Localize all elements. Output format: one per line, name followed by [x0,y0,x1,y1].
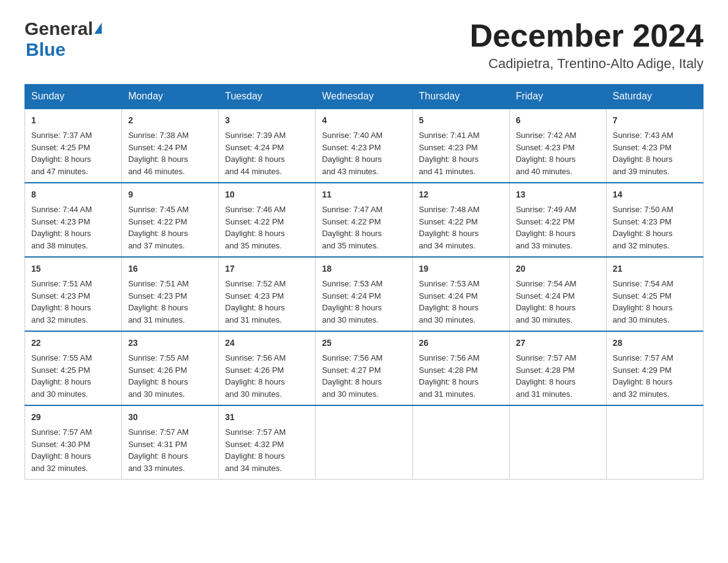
table-row: 29 Sunrise: 7:57 AMSunset: 4:30 PMDaylig… [25,405,122,480]
day-number: 10 [225,188,309,201]
day-number: 1 [31,114,115,127]
calendar-week-row: 8 Sunrise: 7:44 AMSunset: 4:23 PMDayligh… [25,183,703,257]
day-number: 4 [322,114,406,127]
day-info: Sunrise: 7:44 AMSunset: 4:23 PMDaylight:… [31,205,92,250]
table-row: 1 Sunrise: 7:37 AMSunset: 4:25 PMDayligh… [25,109,122,183]
day-info: Sunrise: 7:57 AMSunset: 4:32 PMDaylight:… [225,427,286,473]
day-info: Sunrise: 7:55 AMSunset: 4:25 PMDaylight:… [31,353,92,399]
table-row: 14 Sunrise: 7:50 AMSunset: 4:23 PMDaylig… [606,183,703,257]
table-row: 15 Sunrise: 7:51 AMSunset: 4:23 PMDaylig… [25,257,122,331]
logo-triangle-icon [94,23,102,34]
day-info: Sunrise: 7:57 AMSunset: 4:29 PMDaylight:… [613,353,673,399]
day-info: Sunrise: 7:56 AMSunset: 4:27 PMDaylight:… [322,353,382,399]
day-number: 5 [419,114,503,127]
table-row: 4 Sunrise: 7:40 AMSunset: 4:23 PMDayligh… [316,109,412,183]
day-info: Sunrise: 7:57 AMSunset: 4:30 PMDaylight:… [31,427,92,473]
table-row: 23 Sunrise: 7:55 AMSunset: 4:26 PMDaylig… [122,331,219,405]
day-info: Sunrise: 7:51 AMSunset: 4:23 PMDaylight:… [31,279,92,324]
col-saturday: Saturday [606,85,703,109]
day-number: 14 [613,188,697,201]
day-number: 13 [516,188,600,201]
day-info: Sunrise: 7:41 AMSunset: 4:23 PMDaylight:… [419,131,480,176]
calendar-week-row: 22 Sunrise: 7:55 AMSunset: 4:25 PMDaylig… [25,331,703,405]
table-row: 10 Sunrise: 7:46 AMSunset: 4:22 PMDaylig… [219,183,316,257]
day-info: Sunrise: 7:53 AMSunset: 4:24 PMDaylight:… [419,279,480,324]
table-row: 9 Sunrise: 7:45 AMSunset: 4:22 PMDayligh… [122,183,219,257]
table-row: 5 Sunrise: 7:41 AMSunset: 4:23 PMDayligh… [412,109,509,183]
col-tuesday: Tuesday [219,85,316,109]
day-number: 31 [225,411,309,424]
calendar-table: Sunday Monday Tuesday Wednesday Thursday… [25,84,703,480]
day-info: Sunrise: 7:48 AMSunset: 4:22 PMDaylight:… [419,205,480,250]
logo-blue-text: Blue [26,39,66,59]
logo-general-text: General [25,18,93,39]
day-number: 2 [128,114,212,127]
day-info: Sunrise: 7:51 AMSunset: 4:23 PMDaylight:… [128,279,189,324]
table-row: 26 Sunrise: 7:56 AMSunset: 4:28 PMDaylig… [412,331,509,405]
table-row: 8 Sunrise: 7:44 AMSunset: 4:23 PMDayligh… [25,183,122,257]
col-monday: Monday [122,85,219,109]
title-section: December 2024 Cadipietra, Trentino-Alto … [469,18,703,72]
day-number: 6 [516,114,600,127]
day-number: 11 [322,188,406,201]
table-row [412,405,509,480]
table-row: 11 Sunrise: 7:47 AMSunset: 4:22 PMDaylig… [316,183,412,257]
page-header: General Blue December 2024 Cadipietra, T… [25,18,703,72]
location-subtitle: Cadipietra, Trentino-Alto Adige, Italy [469,56,703,72]
day-info: Sunrise: 7:56 AMSunset: 4:28 PMDaylight:… [419,353,480,399]
day-info: Sunrise: 7:40 AMSunset: 4:23 PMDaylight:… [322,131,382,176]
day-number: 12 [419,188,503,201]
day-number: 26 [419,337,503,350]
day-info: Sunrise: 7:46 AMSunset: 4:22 PMDaylight:… [225,205,286,250]
day-number: 27 [516,337,600,350]
day-number: 23 [128,337,212,350]
table-row: 16 Sunrise: 7:51 AMSunset: 4:23 PMDaylig… [122,257,219,331]
calendar-week-row: 1 Sunrise: 7:37 AMSunset: 4:25 PMDayligh… [25,109,703,183]
day-number: 19 [419,262,503,275]
table-row: 27 Sunrise: 7:57 AMSunset: 4:28 PMDaylig… [509,331,606,405]
day-info: Sunrise: 7:57 AMSunset: 4:31 PMDaylight:… [128,427,189,473]
logo: General Blue [25,18,102,60]
day-info: Sunrise: 7:45 AMSunset: 4:22 PMDaylight:… [128,205,189,250]
table-row: 19 Sunrise: 7:53 AMSunset: 4:24 PMDaylig… [412,257,509,331]
day-number: 20 [516,262,600,275]
day-info: Sunrise: 7:37 AMSunset: 4:25 PMDaylight:… [31,131,92,176]
day-number: 22 [31,337,115,350]
day-number: 21 [613,262,697,275]
table-row: 7 Sunrise: 7:43 AMSunset: 4:23 PMDayligh… [606,109,703,183]
day-info: Sunrise: 7:38 AMSunset: 4:24 PMDaylight:… [128,131,189,176]
table-row: 13 Sunrise: 7:49 AMSunset: 4:22 PMDaylig… [509,183,606,257]
table-row: 12 Sunrise: 7:48 AMSunset: 4:22 PMDaylig… [412,183,509,257]
table-row: 2 Sunrise: 7:38 AMSunset: 4:24 PMDayligh… [122,109,219,183]
day-number: 15 [31,262,115,275]
day-info: Sunrise: 7:47 AMSunset: 4:22 PMDaylight:… [322,205,382,250]
day-info: Sunrise: 7:52 AMSunset: 4:23 PMDaylight:… [225,279,286,324]
day-info: Sunrise: 7:54 AMSunset: 4:25 PMDaylight:… [613,279,673,324]
day-info: Sunrise: 7:55 AMSunset: 4:26 PMDaylight:… [128,353,189,399]
table-row: 22 Sunrise: 7:55 AMSunset: 4:25 PMDaylig… [25,331,122,405]
day-info: Sunrise: 7:57 AMSunset: 4:28 PMDaylight:… [516,353,577,399]
col-sunday: Sunday [25,85,122,109]
day-info: Sunrise: 7:43 AMSunset: 4:23 PMDaylight:… [613,131,673,176]
table-row: 18 Sunrise: 7:53 AMSunset: 4:24 PMDaylig… [316,257,412,331]
table-row [316,405,412,480]
day-info: Sunrise: 7:50 AMSunset: 4:23 PMDaylight:… [613,205,673,250]
table-row: 24 Sunrise: 7:56 AMSunset: 4:26 PMDaylig… [219,331,316,405]
table-row: 25 Sunrise: 7:56 AMSunset: 4:27 PMDaylig… [316,331,412,405]
day-info: Sunrise: 7:39 AMSunset: 4:24 PMDaylight:… [225,131,286,176]
day-number: 29 [31,411,115,424]
day-info: Sunrise: 7:49 AMSunset: 4:22 PMDaylight:… [516,205,577,250]
day-number: 25 [322,337,406,350]
day-number: 18 [322,262,406,275]
day-number: 16 [128,262,212,275]
day-info: Sunrise: 7:42 AMSunset: 4:23 PMDaylight:… [516,131,577,176]
day-info: Sunrise: 7:54 AMSunset: 4:24 PMDaylight:… [516,279,577,324]
calendar-header-row: Sunday Monday Tuesday Wednesday Thursday… [25,85,703,109]
day-info: Sunrise: 7:56 AMSunset: 4:26 PMDaylight:… [225,353,286,399]
table-row: 31 Sunrise: 7:57 AMSunset: 4:32 PMDaylig… [219,405,316,480]
table-row: 6 Sunrise: 7:42 AMSunset: 4:23 PMDayligh… [509,109,606,183]
day-number: 24 [225,337,309,350]
day-number: 28 [613,337,697,350]
day-number: 30 [128,411,212,424]
col-wednesday: Wednesday [316,85,412,109]
